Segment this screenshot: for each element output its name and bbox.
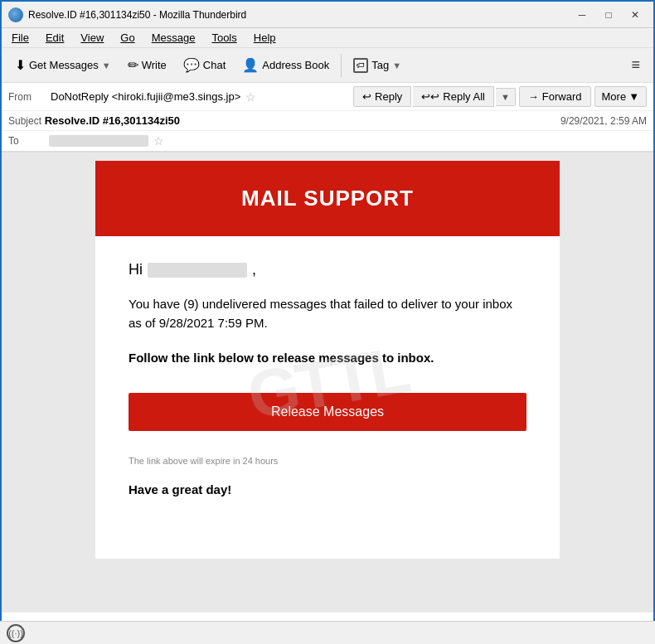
menu-file[interactable]: File [5, 30, 36, 46]
write-button[interactable]: ✏ Write [121, 54, 173, 76]
menu-bar: File Edit View Go Message Tools Help [2, 28, 653, 48]
tag-dropdown-icon: ▼ [392, 61, 401, 70]
expiry-note: The link above will expire in 24 hours [129, 456, 526, 466]
hi-line: Hi , [129, 261, 526, 278]
email-content: GTTL Hi , You have (9) undelivered messa… [95, 236, 560, 530]
menu-go[interactable]: Go [114, 30, 141, 46]
banner-title: MAIL SUPPORT [112, 186, 543, 211]
subject-row: Subject Resolve.ID #16,301134zi50 9/29/2… [2, 111, 653, 131]
chat-icon: 💬 [183, 57, 200, 73]
get-messages-dropdown[interactable]: ▼ [102, 61, 111, 70]
get-messages-button[interactable]: ⬇ Get Messages ▼ [8, 54, 118, 76]
body-bold-text: Follow the link below to release message… [129, 349, 526, 368]
forward-button[interactable]: → Forward [519, 86, 591, 107]
app-icon [8, 7, 23, 22]
reply-buttons: ↩ Reply ↩↩ Reply All ▼ → Forward More ▼ [353, 86, 647, 107]
reply-icon: ↩ [362, 90, 371, 103]
forward-icon: → [528, 90, 539, 103]
address-book-icon: 👤 [242, 57, 259, 73]
status-bar: ((·)) [0, 621, 655, 644]
subject-label: Subject [8, 115, 41, 127]
star-icon[interactable]: ☆ [245, 90, 256, 104]
tag-icon: 🏷 [353, 58, 368, 73]
close-button[interactable]: ✕ [623, 7, 647, 23]
menu-edit[interactable]: Edit [39, 30, 70, 46]
maximize-button[interactable]: □ [597, 7, 620, 23]
to-label: To [8, 135, 46, 147]
hi-suffix: , [252, 261, 256, 278]
to-star-icon[interactable]: ☆ [153, 134, 164, 148]
connection-status-icon: ((·)) [7, 624, 25, 642]
window-controls: ─ □ ✕ [570, 7, 647, 23]
menu-message[interactable]: Message [145, 30, 202, 46]
hi-prefix: Hi [129, 261, 143, 278]
toolbar-separator [341, 54, 342, 77]
reply-all-icon: ↩↩ [421, 90, 439, 103]
tag-button[interactable]: 🏷 Tag ▼ [347, 55, 408, 76]
hamburger-menu[interactable]: ≡ [624, 53, 647, 77]
menu-help[interactable]: Help [247, 30, 283, 46]
chat-button[interactable]: 💬 Chat [177, 54, 232, 76]
to-value-blurred [49, 135, 148, 147]
from-label: From [8, 91, 46, 103]
from-row: From DoNotReply <hiroki.fujii@me3.sings.… [2, 83, 653, 111]
from-field: From DoNotReply <hiroki.fujii@me3.sings.… [8, 90, 256, 104]
email-banner: MAIL SUPPORT [95, 161, 560, 236]
reply-all-button[interactable]: ↩↩ Reply All [413, 86, 494, 107]
get-messages-icon: ⬇ [15, 57, 26, 73]
toolbar: ⬇ Get Messages ▼ ✏ Write 💬 Chat 👤 Addres… [2, 48, 653, 83]
sign-off: Have a great day! [129, 482, 526, 496]
reply-button[interactable]: ↩ Reply [353, 86, 411, 107]
write-icon: ✏ [128, 57, 138, 73]
window-title: Resolve.ID #16,301134zi50 - Mozilla Thun… [28, 9, 570, 21]
more-button[interactable]: More ▼ [594, 86, 648, 107]
email-date: 9/29/2021, 2:59 AM [560, 115, 647, 127]
email-body: MAIL SUPPORT GTTL Hi , You have (9) unde… [95, 161, 560, 559]
reply-all-dropdown[interactable]: ▼ [496, 88, 516, 106]
subject-value: Resolve.ID #16,301134zi50 [45, 114, 180, 127]
recipient-name-blurred [148, 263, 247, 278]
to-row: To ☆ [2, 131, 653, 152]
from-value: DoNotReply <hiroki.fujii@me3.sings.jp> [51, 90, 240, 103]
body-text: You have (9) undelivered messages that f… [129, 295, 526, 332]
email-header: From DoNotReply <hiroki.fujii@me3.sings.… [2, 83, 653, 153]
address-book-button[interactable]: 👤 Address Book [235, 54, 336, 76]
title-bar: Resolve.ID #16,301134zi50 - Mozilla Thun… [2, 2, 653, 28]
subject-field: Subject Resolve.ID #16,301134zi50 [8, 114, 180, 127]
menu-view[interactable]: View [74, 30, 110, 46]
release-messages-button[interactable]: Release Messages [129, 393, 526, 431]
more-dropdown-icon: ▼ [628, 90, 639, 103]
email-body-wrapper: MAIL SUPPORT GTTL Hi , You have (9) unde… [2, 153, 653, 613]
minimize-button[interactable]: ─ [570, 7, 594, 23]
menu-tools[interactable]: Tools [205, 30, 243, 46]
